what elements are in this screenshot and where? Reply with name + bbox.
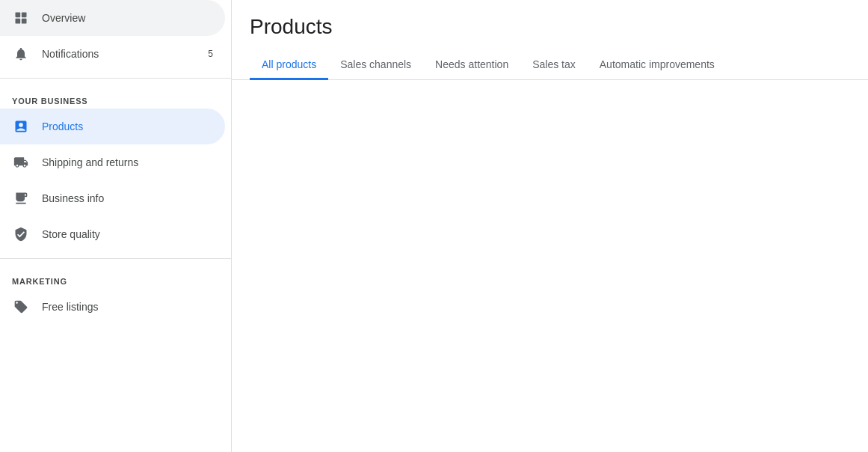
sidebar-store-quality-label: Store quality [42,228,100,240]
notifications-icon [12,45,30,63]
notifications-badge: 5 [208,49,213,59]
sidebar-divider-1 [0,78,231,79]
tab-needs-attention[interactable]: Needs attention [423,51,520,80]
tab-sales-channels[interactable]: Sales channels [328,51,423,80]
sidebar: Overview Notifications 5 YOUR BUSINESS P… [0,0,232,452]
sidebar-item-store-quality[interactable]: Store quality [0,216,225,252]
sidebar-notifications-label: Notifications [42,48,99,60]
sidebar-divider-2 [0,258,231,259]
sidebar-item-products[interactable]: Products [0,109,225,144]
arrow-annotation [232,80,374,305]
svg-rect-1 [22,13,27,18]
sidebar-business-info-label: Business info [42,192,104,204]
sidebar-shipping-label: Shipping and returns [42,156,138,168]
tabs-container: All products Sales channels Needs attent… [250,51,850,79]
sidebar-item-business-info[interactable]: Business info [0,180,225,216]
svg-rect-0 [16,13,21,18]
overview-icon [12,9,30,27]
svg-rect-2 [16,19,21,24]
tab-all-products[interactable]: All products [250,51,328,80]
tab-automatic-improvements[interactable]: Automatic improvements [588,51,727,80]
marketing-section-label: MARKETING [0,265,231,289]
main-body [232,80,868,452]
main-content: Products All products Sales channels Nee… [232,0,868,452]
sidebar-item-free-listings[interactable]: Free listings [0,289,225,325]
your-business-section-label: YOUR BUSINESS [0,85,231,109]
free-listings-icon [12,298,30,316]
tab-sales-tax[interactable]: Sales tax [520,51,588,80]
sidebar-item-notifications[interactable]: Notifications 5 [0,36,225,72]
svg-rect-3 [22,19,27,24]
sidebar-item-overview[interactable]: Overview [0,0,225,36]
page-title: Products [250,15,850,39]
sidebar-item-shipping[interactable]: Shipping and returns [0,144,225,180]
shipping-icon [12,153,30,171]
sidebar-overview-label: Overview [42,12,85,24]
store-quality-icon [12,225,30,243]
sidebar-free-listings-label: Free listings [42,301,98,313]
business-info-icon [12,189,30,207]
main-header: Products All products Sales channels Nee… [232,0,868,80]
sidebar-products-label: Products [42,120,83,132]
products-icon [12,117,30,135]
